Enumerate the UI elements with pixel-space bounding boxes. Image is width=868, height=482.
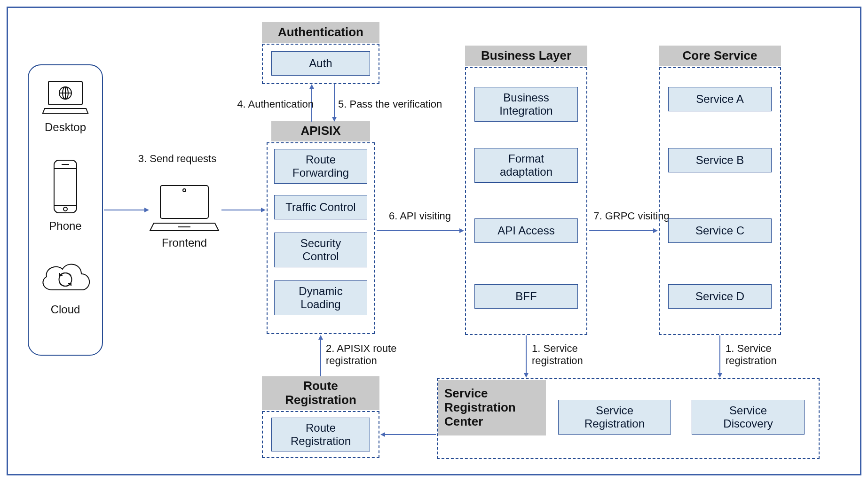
arrow-frontend-to-apisix xyxy=(221,207,266,213)
frontend-laptop-icon xyxy=(149,182,220,233)
svg-point-8 xyxy=(63,207,67,211)
arrow1a-label: 1. Service registration xyxy=(532,342,598,367)
svg-marker-18 xyxy=(309,84,314,89)
svg-marker-28 xyxy=(380,432,385,437)
svg-marker-22 xyxy=(459,228,464,233)
arrow-route-to-apisix xyxy=(318,335,324,376)
arrow-apisix-to-business xyxy=(377,228,464,233)
core-service-title: Core Service xyxy=(659,46,781,66)
arrow-src-to-route xyxy=(380,432,436,437)
format-adaptation-node: Format adaptation xyxy=(474,148,578,183)
service-discovery-node: Service Discovery xyxy=(692,400,805,435)
auth-node: Auth xyxy=(271,51,370,76)
bff-node: BFF xyxy=(474,284,578,309)
arrow-clients-to-frontend xyxy=(104,207,149,213)
service-registration-node: Service Registration xyxy=(558,400,671,435)
service-b-node: Service B xyxy=(668,148,772,172)
svg-marker-20 xyxy=(332,117,337,122)
arrow-business-to-core xyxy=(589,228,658,233)
arrow-core-to-src xyxy=(717,335,723,378)
route-registration-node: Route Registration xyxy=(271,418,370,451)
svg-point-13 xyxy=(183,189,186,192)
arrow2-label: 2. APISIX route registration xyxy=(326,342,420,367)
svg-marker-11 xyxy=(144,208,149,212)
arrow4-label: 4. Authentication xyxy=(220,98,314,110)
business-layer-title: Business Layer xyxy=(465,46,587,66)
svg-marker-16 xyxy=(261,208,266,212)
desktop-label: Desktop xyxy=(37,121,94,134)
arrow-auth-to-apisix xyxy=(331,84,337,122)
svg-marker-32 xyxy=(718,373,722,378)
api-access-node: API Access xyxy=(474,218,578,243)
authentication-title: Authentication xyxy=(262,22,379,43)
route-forwarding-node: Route Forwarding xyxy=(274,149,367,184)
laptop-icon xyxy=(41,78,90,116)
service-d-node: Service D xyxy=(668,284,772,309)
security-control-node: Security Control xyxy=(274,233,367,267)
phone-icon xyxy=(50,158,80,215)
svg-rect-12 xyxy=(160,186,208,218)
cloud-label: Cloud xyxy=(42,303,89,316)
arrow6-label: 6. API visiting xyxy=(378,210,462,222)
service-a-node: Service A xyxy=(668,87,772,111)
business-integration-node: Business Integration xyxy=(474,87,578,122)
frontend-label: Frontend xyxy=(149,236,220,249)
phone-label: Phone xyxy=(42,219,89,233)
arrow1b-label: 1. Service registration xyxy=(726,342,791,367)
svg-marker-30 xyxy=(524,373,529,378)
cloud-icon xyxy=(36,257,95,299)
apisix-title: APISIX xyxy=(271,121,370,141)
dynamic-loading-node: Dynamic Loading xyxy=(274,280,367,315)
arrow-business-to-src xyxy=(523,335,529,378)
arrow5-label: 5. Pass the verification xyxy=(338,98,460,110)
arrow3-label: 3. Send requests xyxy=(130,153,224,165)
traffic-control-node: Traffic Control xyxy=(274,195,367,219)
diagram-frame: Desktop Phone Cloud Frontend 3. Send req… xyxy=(7,7,861,475)
svg-marker-26 xyxy=(318,335,323,340)
service-c-node: Service C xyxy=(668,218,772,243)
svg-marker-24 xyxy=(653,228,658,233)
route-registration-title: Route Registration xyxy=(262,376,379,410)
